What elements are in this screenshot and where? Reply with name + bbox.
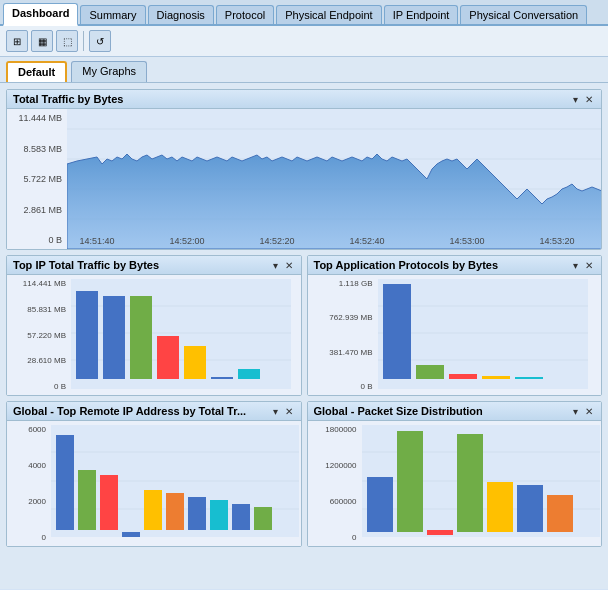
svg-rect-17 bbox=[103, 296, 125, 379]
packet-size-header: Global - Packet Size Distribution ▾ ✕ bbox=[308, 402, 602, 421]
svg-rect-43 bbox=[210, 500, 228, 530]
packet-size-svg bbox=[362, 425, 600, 537]
tab-summary[interactable]: Summary bbox=[80, 5, 145, 24]
svg-rect-40 bbox=[144, 490, 162, 530]
svg-rect-55 bbox=[517, 485, 543, 532]
svg-rect-20 bbox=[184, 346, 206, 379]
svg-rect-56 bbox=[547, 495, 573, 532]
svg-rect-44 bbox=[232, 504, 250, 530]
columns-view-button[interactable]: ▦ bbox=[31, 30, 53, 52]
refresh-icon: ↺ bbox=[96, 36, 104, 47]
grid-view-button[interactable]: ⊞ bbox=[6, 30, 28, 52]
total-traffic-close[interactable]: ✕ bbox=[583, 94, 595, 105]
packet-size-controls: ▾ ✕ bbox=[571, 406, 595, 417]
top-app-minimize[interactable]: ▾ bbox=[571, 260, 580, 271]
tab-diagnosis[interactable]: Diagnosis bbox=[148, 5, 214, 24]
svg-rect-18 bbox=[130, 296, 152, 379]
top-remote-ip-minimize[interactable]: ▾ bbox=[271, 406, 280, 417]
grid-icon: ⊞ bbox=[13, 36, 21, 47]
top-ip-body: 114.441 MB 85.831 MB 57.220 MB 28.610 MB… bbox=[7, 275, 301, 395]
top-remote-ip-controls: ▾ ✕ bbox=[271, 406, 295, 417]
svg-rect-45 bbox=[254, 507, 272, 530]
refresh-button[interactable]: ↺ bbox=[89, 30, 111, 52]
tab-protocol[interactable]: Protocol bbox=[216, 5, 274, 24]
packet-size-panel: Global - Packet Size Distribution ▾ ✕ 18… bbox=[307, 401, 603, 547]
row-2: Top IP Total Traffic by Bytes ▾ ✕ 114.44… bbox=[6, 255, 602, 396]
total-traffic-title: Total Traffic by Bytes bbox=[13, 93, 123, 105]
svg-rect-42 bbox=[188, 497, 206, 530]
y-label-0: 11.444 MB bbox=[7, 113, 65, 123]
svg-rect-36 bbox=[56, 435, 74, 530]
y-label-1: 8.583 MB bbox=[7, 144, 65, 154]
top-app-svg bbox=[378, 279, 588, 389]
top-remote-ip-close[interactable]: ✕ bbox=[283, 406, 295, 417]
packet-size-minimize[interactable]: ▾ bbox=[571, 406, 580, 417]
top-ip-panel: Top IP Total Traffic by Bytes ▾ ✕ 114.44… bbox=[6, 255, 302, 396]
svg-text:14:53:20: 14:53:20 bbox=[539, 236, 574, 246]
top-app-panel: Top Application Protocols by Bytes ▾ ✕ 1… bbox=[307, 255, 603, 396]
svg-rect-30 bbox=[482, 376, 510, 379]
view-tabs: Default My Graphs bbox=[0, 57, 608, 83]
svg-rect-39 bbox=[122, 532, 140, 537]
packet-size-body: 1800000 1200000 600000 0 bbox=[308, 421, 602, 546]
svg-rect-16 bbox=[76, 291, 98, 379]
svg-rect-29 bbox=[449, 374, 477, 379]
toolbar-separator bbox=[83, 31, 84, 51]
total-traffic-controls: ▾ ✕ bbox=[571, 94, 595, 105]
total-traffic-minimize[interactable]: ▾ bbox=[571, 94, 580, 105]
top-app-close[interactable]: ✕ bbox=[583, 260, 595, 271]
y-label-4: 0 B bbox=[7, 235, 65, 245]
top-remote-ip-y-axis: 6000 4000 2000 0 bbox=[7, 421, 49, 546]
packet-size-title: Global - Packet Size Distribution bbox=[314, 405, 483, 417]
top-ip-header: Top IP Total Traffic by Bytes ▾ ✕ bbox=[7, 256, 301, 275]
y-label-2: 5.722 MB bbox=[7, 174, 65, 184]
svg-rect-22 bbox=[238, 369, 260, 379]
tab-bar: Dashboard Summary Diagnosis Protocol Phy… bbox=[0, 0, 608, 26]
svg-rect-31 bbox=[515, 377, 543, 379]
svg-rect-52 bbox=[427, 530, 453, 535]
view-tab-my-graphs[interactable]: My Graphs bbox=[71, 61, 147, 82]
svg-rect-21 bbox=[211, 377, 233, 379]
svg-rect-38 bbox=[100, 475, 118, 530]
total-traffic-panel: Total Traffic by Bytes ▾ ✕ 11.444 MB 8.5… bbox=[6, 89, 602, 250]
top-app-header: Top Application Protocols by Bytes ▾ ✕ bbox=[308, 256, 602, 275]
svg-text:14:52:20: 14:52:20 bbox=[259, 236, 294, 246]
svg-rect-41 bbox=[166, 493, 184, 530]
top-ip-close[interactable]: ✕ bbox=[283, 260, 295, 271]
top-remote-ip-body: 6000 4000 2000 0 bbox=[7, 421, 301, 546]
main-content: Total Traffic by Bytes ▾ ✕ 11.444 MB 8.5… bbox=[0, 83, 608, 589]
chart-icon: ⬚ bbox=[63, 36, 72, 47]
top-ip-controls: ▾ ✕ bbox=[271, 260, 295, 271]
svg-text:14:52:00: 14:52:00 bbox=[169, 236, 204, 246]
top-ip-minimize[interactable]: ▾ bbox=[271, 260, 280, 271]
top-app-controls: ▾ ✕ bbox=[571, 260, 595, 271]
row-3: Global - Top Remote IP Address by Total … bbox=[6, 401, 602, 547]
total-traffic-header: Total Traffic by Bytes ▾ ✕ bbox=[7, 90, 601, 109]
total-traffic-svg: 14:51:40 14:52:00 14:52:20 14:52:40 14:5… bbox=[67, 109, 601, 249]
top-ip-y-axis: 114.441 MB 85.831 MB 57.220 MB 28.610 MB… bbox=[7, 275, 69, 395]
top-ip-title: Top IP Total Traffic by Bytes bbox=[13, 259, 159, 271]
total-traffic-y-axis: 11.444 MB 8.583 MB 5.722 MB 2.861 MB 0 B bbox=[7, 109, 65, 249]
packet-size-close[interactable]: ✕ bbox=[583, 406, 595, 417]
top-app-body: 1.118 GB 762.939 MB 381.470 MB 0 B bbox=[308, 275, 602, 395]
svg-rect-27 bbox=[383, 284, 411, 379]
svg-rect-51 bbox=[397, 431, 423, 532]
svg-rect-37 bbox=[78, 470, 96, 530]
svg-text:14:53:00: 14:53:00 bbox=[449, 236, 484, 246]
svg-text:14:51:40: 14:51:40 bbox=[79, 236, 114, 246]
view-tab-default[interactable]: Default bbox=[6, 61, 67, 82]
top-remote-ip-svg bbox=[51, 425, 299, 537]
tab-ip-endpoint[interactable]: IP Endpoint bbox=[384, 5, 459, 24]
top-remote-ip-header: Global - Top Remote IP Address by Total … bbox=[7, 402, 301, 421]
total-traffic-body: 11.444 MB 8.583 MB 5.722 MB 2.861 MB 0 B bbox=[7, 109, 601, 249]
svg-text:14:52:40: 14:52:40 bbox=[349, 236, 384, 246]
tab-physical-conversation[interactable]: Physical Conversation bbox=[460, 5, 587, 24]
tab-physical-endpoint[interactable]: Physical Endpoint bbox=[276, 5, 381, 24]
svg-rect-54 bbox=[487, 482, 513, 532]
top-ip-svg bbox=[71, 279, 291, 389]
svg-rect-28 bbox=[416, 365, 444, 379]
tab-dashboard[interactable]: Dashboard bbox=[3, 3, 78, 26]
svg-rect-50 bbox=[367, 477, 393, 532]
top-remote-ip-panel: Global - Top Remote IP Address by Total … bbox=[6, 401, 302, 547]
chart-view-button[interactable]: ⬚ bbox=[56, 30, 78, 52]
